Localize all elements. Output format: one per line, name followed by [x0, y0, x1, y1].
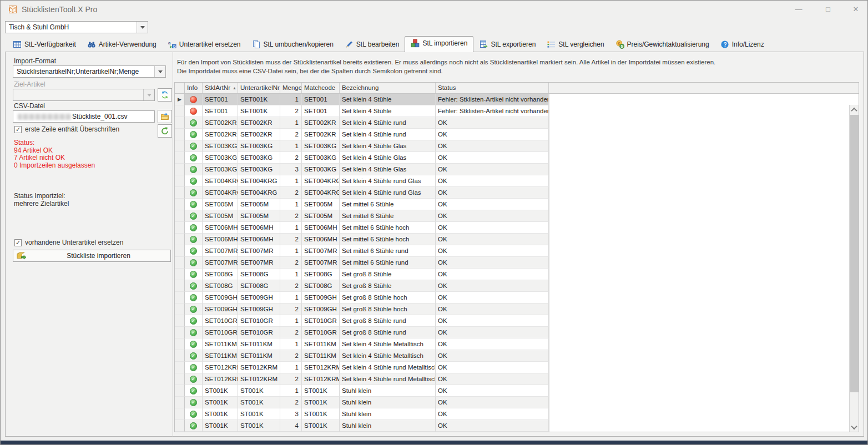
chevron-down-icon[interactable] — [154, 66, 165, 77]
cell-status: OK — [436, 327, 549, 338]
maximize-icon[interactable]: □ — [820, 4, 836, 15]
column-header-menge[interactable]: Menge — [280, 83, 302, 93]
table-row[interactable]: SET008GSET008G2SET008GSet groß 8 StühleO… — [175, 280, 549, 292]
column-header-unterartikelnr[interactable]: UnterartikelNr — [238, 83, 280, 93]
cell-status: OK — [436, 187, 549, 199]
table-row[interactable]: SET006MHSET006MH1SET006MHSet mittel 6 St… — [175, 222, 549, 234]
grid-vertical-scrollbar[interactable] — [849, 105, 859, 432]
cell-status: OK — [436, 338, 549, 350]
tab-stl-bearbeiten[interactable]: StL bearbeiten — [339, 38, 405, 52]
table-row[interactable]: SET004KRGSET004KRG1SET004KRGSet klein 4 … — [175, 175, 549, 187]
table-row[interactable]: SET009GHSET009GH2SET009GHSet groß 8 Stüh… — [175, 304, 549, 315]
replace-subarticles-checkbox[interactable]: ✓ vorhandene Unterartikel ersetzen — [14, 239, 123, 246]
tab-label: Info/Lizenz — [732, 41, 764, 48]
tab-stl-importieren[interactable]: StL importieren — [405, 36, 473, 52]
close-icon[interactable]: ✕ — [847, 4, 864, 15]
table-row[interactable]: SET002KRSET002KR1SET002KRSet klein 4 Stü… — [175, 117, 549, 129]
cell-bezeichnung: Set klein 4 Stühle rund — [340, 117, 436, 129]
table-row[interactable]: ST001KST001K3ST001KStuhl kleinOK — [175, 408, 549, 420]
cell-unterartikelnr: ST001K — [238, 420, 280, 432]
table-row[interactable]: SET001SET001K2SET001Set klein 4 StühleFe… — [175, 105, 549, 117]
table-row[interactable]: ▶SET001SET001K1SET001Set klein 4 StühleF… — [175, 94, 549, 105]
tab-unterartikel-ersetzen[interactable]: abUnterartikel ersetzen — [162, 38, 246, 52]
refresh-target-button[interactable] — [158, 88, 172, 102]
table-row[interactable]: SET010GRSET010GR1SET010GRSet groß 8 Stüh… — [175, 315, 549, 327]
tab-stl-exportieren[interactable]: StL exportieren — [473, 38, 541, 52]
table-row[interactable]: ST001KST001K4ST001KStuhl kleinOK — [175, 420, 549, 432]
table-row[interactable]: SET004KRGSET004KRG2SET004KRGSet klein 4 … — [175, 187, 549, 199]
table-row[interactable]: SET008GSET008G1SET008GSet groß 8 StühleO… — [175, 269, 549, 280]
table-row[interactable]: SET012KRMSET012KRM1SET012KRMSet klein 4 … — [175, 362, 549, 373]
reload-csv-button[interactable] — [158, 124, 172, 138]
table-row[interactable]: SET003KGSET003KG3SET003KGSet klein 4 Stü… — [175, 164, 549, 175]
column-header-bezeichnung[interactable]: Bezeichnung — [340, 83, 436, 93]
cell-menge: 2 — [280, 105, 302, 117]
cell-bezeichnung: Set klein 4 Stühle Glas — [340, 140, 436, 152]
cell-unterartikelnr: SET001K — [238, 94, 280, 105]
table-row[interactable]: SET002KRSET002KR2SET002KRSet klein 4 Stü… — [175, 129, 549, 140]
table-row[interactable]: SET003KGSET003KG1SET003KGSet klein 4 Stü… — [175, 140, 549, 152]
ziel-artikel-combo — [13, 89, 155, 101]
row-indicator — [175, 257, 185, 269]
tab-preis-gewichtaktualisierung[interactable]: €$Preis/Gewichtaktualisierung — [610, 38, 715, 52]
open-file-button[interactable] — [158, 110, 172, 123]
scrollbar-thumb[interactable] — [850, 115, 859, 392]
table-row[interactable]: ST001KST001K1ST001KStuhl kleinOK — [175, 385, 549, 397]
tab-info-lizenz[interactable]: ?Info/Lizenz — [715, 38, 770, 52]
minimize-icon[interactable]: — — [790, 4, 807, 15]
import-bom-button[interactable]: Stückliste importieren — [13, 250, 171, 262]
cell-unterartikelnr: SET010GR — [238, 327, 280, 338]
table-row[interactable]: ST001KST001K2ST001KStuhl kleinOK — [175, 397, 549, 408]
cell-stklartnr: SET006MH — [203, 222, 238, 234]
cell-matchcode: SET002KR — [302, 129, 340, 140]
cell-info — [185, 304, 203, 315]
ok-status-icon — [190, 376, 197, 383]
cell-status: Fehler: Stklisten-Artikel nicht vorhande… — [436, 94, 549, 105]
table-row[interactable]: SET007MRSET007MR2SET007MRSet mittel 6 St… — [175, 257, 549, 269]
cell-info — [185, 385, 203, 397]
company-selector[interactable]: Tisch & Stuhl GmbH — [5, 21, 148, 33]
table-row[interactable]: SET005MSET005M2SET005MSet mittel 6 Stühl… — [175, 210, 549, 222]
scrollbar-up-icon[interactable] — [850, 105, 859, 114]
row-indicator — [175, 164, 185, 175]
cell-menge: 2 — [280, 257, 302, 269]
cell-menge: 1 — [280, 315, 302, 327]
cell-stklartnr: SET008G — [203, 280, 238, 292]
tab-stl-umbuchen-kopieren[interactable]: StL umbuchen/kopieren — [246, 38, 339, 52]
column-header-label: Status — [438, 83, 456, 93]
table-row[interactable]: SET003KGSET003KG2SET003KGSet klein 4 Stü… — [175, 152, 549, 164]
chevron-down-icon[interactable] — [137, 22, 148, 33]
cell-matchcode: SET008G — [302, 269, 340, 280]
table-row[interactable]: SET011KMSET011KM2SET011KMSet klein 4 Stü… — [175, 350, 549, 362]
grid-corner-cell — [175, 83, 185, 93]
tab-artikel-verwendung[interactable]: Artikel-Verwendung — [82, 38, 162, 52]
column-header-stklartnr[interactable]: StklArtNr▲ — [203, 83, 238, 93]
scrollbar-down-icon[interactable] — [850, 422, 859, 432]
import-format-combo[interactable]: StücklistenartikelNr;UnterartikelNr;Meng… — [13, 65, 166, 78]
tab-stl-vergleichen[interactable]: StL vergleichen — [541, 38, 609, 52]
column-header-status[interactable]: Status — [436, 83, 549, 93]
table-row[interactable]: SET006MHSET006MH2SET006MHSet mittel 6 St… — [175, 234, 549, 245]
table-row[interactable]: SET007MRSET007MR1SET007MRSet mittel 6 St… — [175, 245, 549, 257]
tab-stl-verfügbarkeit[interactable]: StL-Verfügbarkeit — [7, 38, 82, 52]
cell-status: OK — [436, 140, 549, 152]
cell-status: OK — [436, 152, 549, 164]
status-line: 0 Importzeilen ausgelassen — [14, 162, 95, 170]
table-row[interactable]: SET005MSET005M1SET005MSet mittel 6 Stühl… — [175, 199, 549, 210]
table-row[interactable]: SET010GRSET010GR2SET010GRSet groß 8 Stüh… — [175, 327, 549, 338]
sidebar-splitter[interactable] — [173, 52, 173, 437]
column-header-matchcode[interactable]: Matchcode — [302, 83, 340, 93]
import-preview-grid: InfoStklArtNr▲UnterartikelNrMengeMatchco… — [174, 82, 859, 432]
cell-unterartikelnr: ST001K — [238, 385, 280, 397]
csv-file-input[interactable]: Stückliste_001.csv — [13, 110, 155, 123]
ok-status-icon — [190, 224, 197, 231]
cell-menge: 3 — [280, 164, 302, 175]
column-header-info[interactable]: Info — [185, 83, 203, 93]
table-row[interactable]: SET012KRMSET012KRM2SET012KRMSet klein 4 … — [175, 373, 549, 385]
cell-bezeichnung: Set klein 4 Stühle Metalltisch — [340, 350, 436, 362]
first-row-headers-checkbox[interactable]: ✓ erste Zeile enthält Überschriften — [14, 125, 119, 133]
table-row[interactable]: SET009GHSET009GH1SET009GHSet groß 8 Stüh… — [175, 292, 549, 304]
table-row[interactable]: SET011KMSET011KM1SET011KMSet klein 4 Stü… — [175, 338, 549, 350]
cell-bezeichnung: Set mittel 6 Stühle — [340, 210, 436, 222]
cell-unterartikelnr: SET005M — [238, 210, 280, 222]
